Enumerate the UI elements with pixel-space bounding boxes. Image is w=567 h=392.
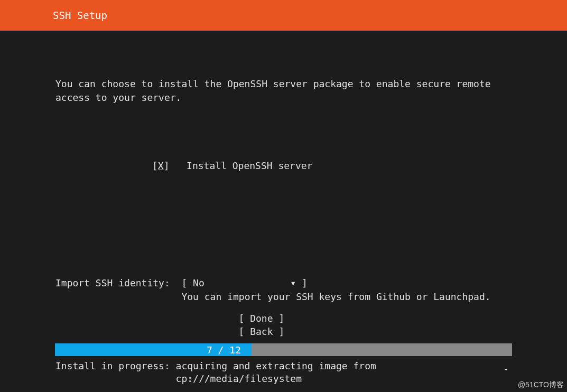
- intro-text: You can choose to install the OpenSSH se…: [55, 77, 567, 105]
- page-title: SSH Setup: [53, 10, 107, 21]
- chevron-down-icon: ▾: [290, 276, 296, 290]
- progress-fill: 7 / 12: [55, 343, 252, 356]
- import-identity-hint: You can import your SSH keys from Github…: [181, 291, 490, 302]
- install-openssh-checkbox[interactable]: [X] Install OpenSSH server: [55, 159, 567, 173]
- progress-text: 7 / 12: [207, 344, 241, 356]
- install-openssh-label: Install OpenSSH server: [187, 160, 312, 171]
- status-line2: cp:///media/filesystem: [176, 373, 302, 384]
- intro-line2: access to your server.: [55, 92, 181, 103]
- status-line1: Install in progress: acquiring and extra…: [55, 360, 376, 371]
- import-identity-row: Import SSH identity: [ No ▾ ] You can im…: [55, 276, 567, 304]
- header-bar: SSH Setup: [0, 0, 567, 31]
- button-area: [ Done ] [ Back ]: [0, 312, 567, 338]
- intro-line1: You can choose to install the OpenSSH se…: [55, 78, 491, 89]
- import-identity-value: No: [193, 277, 205, 288]
- progress-bar: 7 / 12: [55, 343, 512, 356]
- watermark: @51CTO博客: [518, 380, 564, 390]
- import-identity-dropdown[interactable]: No ▾: [193, 277, 296, 288]
- done-button[interactable]: [ Done ]: [239, 312, 329, 325]
- checkbox-mark: X: [158, 160, 164, 171]
- status-text: Install in progress: acquiring and extra…: [55, 360, 541, 385]
- import-identity-label: Import SSH identity:: [55, 277, 170, 288]
- back-button[interactable]: [ Back ]: [239, 325, 329, 338]
